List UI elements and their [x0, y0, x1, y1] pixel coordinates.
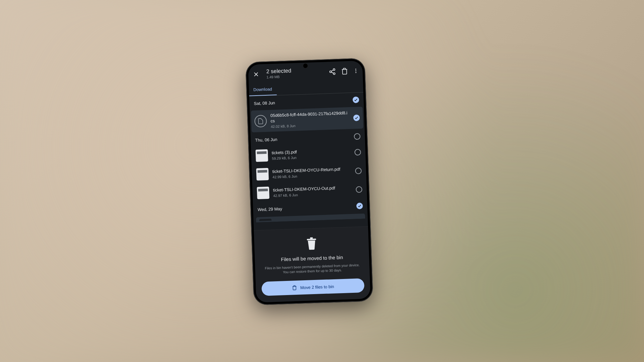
svg-point-5: [355, 72, 356, 73]
checkbox-empty[interactable]: [354, 149, 361, 155]
title-block: 2 selected 1.49 MB: [266, 66, 324, 79]
checkbox-empty[interactable]: [355, 186, 362, 193]
file-info: ticket-TSLI-DKEM-OYCU-Out.pdf 42.97 kB, …: [273, 185, 352, 197]
file-icon: [254, 115, 267, 127]
date-label: Sat, 08 Jun: [254, 100, 275, 106]
move-to-bin-button[interactable]: Move 2 files to bin: [261, 278, 364, 296]
button-label: Move 2 files to bin: [300, 284, 334, 290]
svg-point-2: [333, 72, 335, 74]
svg-point-3: [355, 69, 356, 70]
sheet-description: Files in bin haven't been permanently de…: [261, 262, 364, 275]
file-name: 05d6b5c8-fcff-44da-9031-217fa1429dd8.ics: [270, 110, 349, 124]
more-button[interactable]: [353, 67, 359, 75]
check-icon[interactable]: [353, 115, 360, 121]
close-button[interactable]: [252, 70, 260, 78]
checkbox-empty[interactable]: [355, 167, 362, 174]
bin-icon: [305, 237, 317, 250]
svg-rect-7: [310, 237, 313, 239]
file-info: ticket-TSLI-DKEM-OYCU-Return.pdf 42.99 k…: [272, 166, 351, 179]
file-row[interactable]: 05d6b5c8-fcff-44da-9031-217fa1429dd8.ics…: [251, 107, 363, 132]
pdf-thumbnail: [255, 149, 268, 162]
file-info: 05d6b5c8-fcff-44da-9031-217fa1429dd8.ics…: [270, 110, 350, 128]
pdf-thumbnail: [256, 168, 269, 180]
checkbox-empty[interactable]: [354, 133, 360, 140]
file-list[interactable]: Sat, 08 Jun 05d6b5c8-fcff-44da-9031-217f…: [249, 92, 367, 222]
screen: 2 selected 1.49 MB Download Sat, 08 Jun: [248, 60, 371, 302]
check-icon[interactable]: [356, 202, 363, 209]
date-label: Wed, 29 May: [257, 206, 282, 212]
svg-point-1: [329, 70, 331, 72]
sheet-title: Files will be moved to the bin: [260, 254, 363, 263]
trash-icon: [292, 285, 297, 290]
file-info: tickets (3).pdf 59.29 kB, 6 Jun: [271, 147, 351, 160]
date-label: Thu, 06 Jun: [255, 137, 277, 142]
svg-point-4: [355, 70, 356, 71]
phone-frame: 2 selected 1.49 MB Download Sat, 08 Jun: [245, 58, 373, 305]
check-icon[interactable]: [352, 97, 359, 103]
pdf-thumbnail: [257, 186, 269, 199]
tab-download[interactable]: Download: [249, 84, 277, 96]
bottom-sheet: Files will be moved to the bin Files in …: [254, 226, 371, 302]
delete-button[interactable]: [340, 67, 348, 75]
camera-cutout: [302, 63, 308, 69]
share-button[interactable]: [328, 67, 336, 75]
